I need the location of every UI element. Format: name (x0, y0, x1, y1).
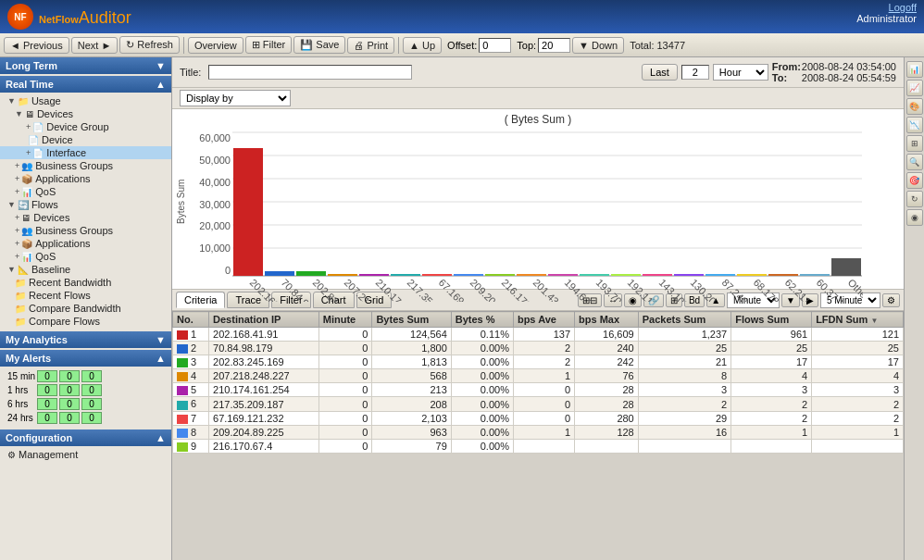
col-bps-max[interactable]: bps Max (575, 312, 639, 328)
applications1-icon: 📦 (21, 174, 32, 184)
table-row[interactable]: 767.169.121.23202,1030.00%02802922 (173, 411, 904, 425)
right-icon-grid[interactable]: ⊞ (906, 135, 923, 152)
sidebar-item-recent-flows[interactable]: 📁 Recent Flows (0, 289, 171, 302)
cell-lfdn-sum (812, 439, 904, 453)
cell-minute: 0 (318, 328, 372, 342)
save-button[interactable]: 💾 Save (293, 36, 345, 54)
sidebar-item-compare-bandwidth[interactable]: 📁 Compare Bandwidth (0, 302, 171, 315)
alert-count3-24hrs: 0 (81, 412, 102, 424)
col-packets-sum[interactable]: Packets Sum (638, 312, 730, 328)
management-label: Management (19, 449, 78, 460)
offset-input[interactable] (479, 38, 511, 53)
alert-count3-6hrs: 0 (81, 398, 102, 410)
col-lfdn-sum[interactable]: LFDN Sum ▼ (812, 312, 904, 328)
right-icon-circle[interactable]: ◉ (906, 209, 923, 226)
business-groups-icon: 👥 (21, 161, 32, 171)
y-tick-60k: 60,000 (190, 132, 231, 143)
configuration-content: ⚙ Management (0, 446, 171, 463)
configuration-header[interactable]: Configuration ▲ (0, 429, 171, 446)
sidebar-item-devices[interactable]: ▼ 🖥 Devices (0, 107, 171, 120)
col-dest-ip[interactable]: Destination IP (209, 312, 319, 328)
right-icon-chart[interactable]: 📊 (906, 61, 923, 78)
col-flows-sum[interactable]: Flows Sum (731, 312, 812, 328)
sidebar-item-applications2[interactable]: + 📦 Applications (0, 237, 171, 250)
top-input[interactable] (538, 38, 570, 53)
sidebar-item-qos1[interactable]: + 📊 QoS (0, 185, 171, 198)
table-row[interactable]: 270.84.98.17901,8000.00%2240252525 (173, 342, 904, 355)
table-row[interactable]: 3202.83.245.16901,8130.00%2242211717 (173, 355, 904, 369)
print-button[interactable]: 🖨 Print (347, 37, 394, 54)
last-value-input[interactable] (681, 65, 709, 80)
hour-select[interactable]: Hour Minute Day (713, 64, 768, 81)
sidebar-item-recent-bandwidth[interactable]: 📁 Recent Bandwidth (0, 276, 171, 289)
bar-19[interactable] (831, 258, 861, 276)
sidebar-item-applications1[interactable]: + 📦 Applications (0, 172, 171, 185)
table-row[interactable]: 9216.170.67.40790.00% (173, 439, 904, 453)
col-bps-ave[interactable]: bps Ave (513, 312, 574, 328)
sidebar-item-management[interactable]: ⚙ Management (0, 448, 171, 461)
cell-bps-max: 128 (575, 425, 639, 439)
sidebar-item-business-groups[interactable]: + 👥 Business Groups (0, 159, 171, 172)
real-time-header[interactable]: Real Time ▲ (0, 76, 171, 93)
cell-bps-max: 280 (575, 411, 639, 425)
admin-label: Administrator (856, 13, 917, 24)
refresh-button[interactable]: ↻ Refresh (119, 36, 180, 54)
title-input[interactable] (208, 65, 412, 80)
cell-lfdn-sum: 1 (812, 425, 904, 439)
logoff-link[interactable]: Logoff (889, 2, 917, 13)
cell-lfdn-sum: 17 (812, 355, 904, 369)
down-button[interactable]: ▼ Down (572, 37, 624, 54)
table-row[interactable]: 5210.174.161.25402130.00%028333 (173, 383, 904, 397)
filter-button[interactable]: ⊞ Filter (245, 36, 293, 54)
table-row[interactable]: 4207.218.248.22705680.00%176844 (173, 369, 904, 383)
sidebar-item-devices2[interactable]: + 🖥 Devices (0, 211, 171, 224)
cell-bytes-pct: 0.00% (451, 439, 513, 453)
cell-packets-sum (638, 439, 730, 453)
cell-flows-sum: 2 (731, 397, 812, 411)
baseline-label: Baseline (31, 264, 70, 275)
recent-bandwidth-icon: 📁 (15, 278, 26, 288)
applications2-icon: 📦 (21, 239, 32, 249)
offset-label: Offset: (447, 40, 477, 51)
col-bytes-sum[interactable]: Bytes Sum (372, 312, 451, 328)
tab-criteria[interactable]: Criteria (176, 292, 225, 308)
up-button[interactable]: ▲ Up (403, 37, 442, 54)
sidebar-item-baseline[interactable]: ▼ 📐 Baseline (0, 263, 171, 276)
my-analytics-header[interactable]: My Analytics ▼ (0, 331, 171, 348)
right-icon-target[interactable]: 🎯 (906, 172, 923, 189)
alert-count3-1hrs: 0 (81, 384, 102, 396)
bar-0[interactable] (233, 148, 263, 276)
right-icon-pie[interactable]: 🎨 (906, 98, 923, 115)
right-icon-bar2[interactable]: 📉 (906, 117, 923, 133)
sidebar-item-business-groups2[interactable]: + 👥 Business Groups (0, 224, 171, 237)
sidebar-item-device[interactable]: 📄 Device (0, 133, 171, 146)
next-button[interactable]: Next ► (71, 37, 119, 54)
sidebar-item-usage[interactable]: ▼ 📁 Usage (0, 94, 171, 107)
long-term-header[interactable]: Long Term ▼ (0, 57, 171, 74)
table-row[interactable]: 1202.168.41.910124,5640.11%13716,6091,23… (173, 328, 904, 342)
sidebar-item-qos2[interactable]: + 📊 QoS (0, 250, 171, 263)
col-minute[interactable]: Minute (318, 312, 372, 328)
previous-button[interactable]: ◄ Previous (4, 37, 69, 54)
cell-bps-ave: 1 (513, 425, 574, 439)
cell-ip: 216.170.67.4 (209, 439, 319, 453)
table-row[interactable]: 8209.204.89.22509630.00%11281611 (173, 425, 904, 439)
display-by-select[interactable]: Display by (180, 90, 291, 106)
overview-button[interactable]: Overview (188, 37, 243, 54)
y-tick-10k: 10,000 (190, 243, 231, 254)
my-alerts-header[interactable]: My Alerts ▲ (0, 350, 171, 367)
cell-flows-sum: 3 (731, 383, 812, 397)
col-no[interactable]: No. (173, 312, 209, 328)
alert-count2-24hrs: 0 (59, 412, 80, 424)
col-bytes-pct[interactable]: Bytes % (451, 312, 513, 328)
right-icon-refresh[interactable]: ↻ (906, 191, 923, 207)
table-row[interactable]: 6217.35.209.18702080.00%028222 (173, 397, 904, 411)
right-icon-zoom[interactable]: 🔍 (906, 154, 923, 170)
right-icon-line[interactable]: 📈 (906, 80, 923, 96)
sidebar-item-device-group[interactable]: + 📄 Device Group (0, 120, 171, 133)
cell-lfdn-sum: 4 (812, 369, 904, 383)
sidebar-item-compare-flows[interactable]: 📁 Compare Flows (0, 315, 171, 328)
sidebar-item-interface[interactable]: + 📄 Interface (0, 146, 171, 159)
last-button[interactable]: Last (642, 64, 678, 81)
sidebar-item-flows[interactable]: ▼ 🔄 Flows (0, 198, 171, 211)
